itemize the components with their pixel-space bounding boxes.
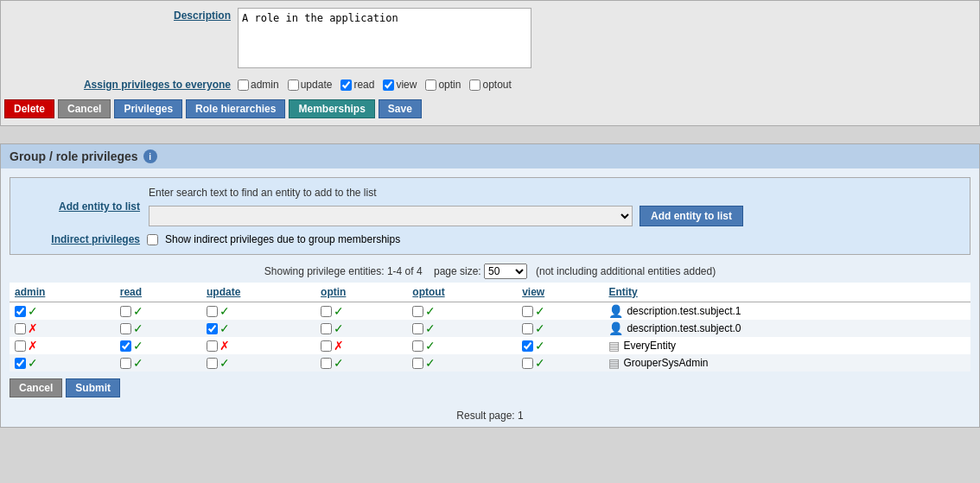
green-icon: ✓ (220, 304, 230, 318)
assign-label[interactable]: Assign privileges to everyone (4, 79, 238, 91)
checkbox-optin-input[interactable] (425, 79, 436, 91)
cancel-button[interactable]: Cancel (58, 99, 111, 118)
checkbox-optin: optin (425, 79, 461, 91)
top-section: Description A role in the application As… (0, 0, 980, 126)
save-button[interactable]: Save (379, 99, 422, 118)
page-size-select[interactable]: 50 100 200 (484, 264, 527, 279)
update-cb[interactable] (207, 323, 218, 334)
view-cb[interactable] (522, 358, 533, 369)
indirect-checkbox[interactable] (147, 234, 158, 245)
cell-read: ✓ (115, 337, 201, 354)
cell-entity: 👤 description.test.subject.1 (603, 302, 970, 321)
checkbox-optout-input[interactable] (469, 79, 480, 91)
red-icon: ✗ (28, 321, 38, 335)
cell-admin: ✓ (10, 302, 115, 321)
role-hierarchies-button[interactable]: Role hierarchies (186, 99, 285, 118)
green-icon: ✓ (133, 321, 143, 335)
checkbox-view-label: view (396, 79, 417, 91)
view-cb[interactable] (522, 306, 533, 317)
optin-cb[interactable] (321, 340, 332, 352)
red-icon: ✗ (220, 339, 230, 353)
checkbox-optout-label: optout (482, 79, 511, 91)
showing-text: Showing privilege entities: 1-4 of 4 (264, 265, 423, 277)
cell-view: ✓ (517, 337, 603, 354)
cell-entity: ▤ EveryEntity (603, 337, 970, 354)
description-label[interactable]: Description (4, 8, 238, 22)
person-icon: 👤 (608, 321, 623, 335)
cell-admin: ✓ (10, 354, 115, 372)
submit-button[interactable]: Submit (66, 378, 120, 397)
col-read[interactable]: read (115, 283, 201, 302)
view-cb[interactable] (522, 323, 533, 334)
checkbox-view-input[interactable] (383, 79, 394, 91)
checkbox-read: read (340, 79, 374, 91)
cell-entity: 👤 description.test.subject.0 (603, 320, 970, 337)
checkbox-update-input[interactable] (288, 79, 299, 91)
green-icon: ✓ (334, 356, 344, 370)
description-row: Description A role in the application (1, 1, 979, 75)
optout-cb[interactable] (412, 306, 423, 317)
red-icon: ✗ (334, 339, 344, 353)
checkbox-read-input[interactable] (340, 79, 352, 91)
update-cb[interactable] (207, 306, 218, 317)
admin-cb[interactable] (15, 323, 26, 334)
checkbox-update-label: update (301, 79, 333, 91)
description-textarea[interactable]: A role in the application (238, 8, 531, 68)
col-view[interactable]: view (517, 283, 603, 302)
cell-update: ✓ (201, 354, 315, 372)
cell-optout: ✓ (407, 302, 517, 321)
col-entity[interactable]: Entity (603, 283, 970, 302)
privileges-button[interactable]: Privileges (114, 99, 182, 118)
cell-update: ✗ (201, 337, 315, 354)
optin-cb[interactable] (321, 323, 332, 334)
add-entity-label[interactable]: Add entity to list (19, 200, 140, 213)
green-icon: ✓ (425, 321, 436, 335)
green-icon: ✓ (535, 321, 545, 335)
page-size-label: page size: (434, 265, 481, 277)
view-cb[interactable] (522, 340, 533, 352)
indirect-checkbox-label: Show indirect privileges due to group me… (165, 233, 400, 245)
green-icon: ✓ (535, 339, 545, 353)
entity-search-select[interactable] (149, 206, 633, 226)
add-entity-button[interactable]: Add entity to list (640, 206, 743, 226)
cell-optin: ✓ (315, 302, 407, 321)
col-admin[interactable]: admin (10, 283, 115, 302)
cancel2-button[interactable]: Cancel (10, 378, 62, 397)
info-icon[interactable]: i (143, 149, 157, 163)
optout-cb[interactable] (412, 323, 423, 334)
delete-button[interactable]: Delete (4, 99, 54, 118)
col-optout[interactable]: optout (407, 283, 517, 302)
optin-cb[interactable] (321, 358, 332, 369)
checkbox-read-label: read (353, 79, 374, 91)
cell-view: ✓ (517, 302, 603, 321)
cell-view: ✓ (517, 354, 603, 372)
optin-cb[interactable] (321, 306, 332, 317)
cell-optout: ✓ (407, 320, 517, 337)
memberships-button[interactable]: Memberships (289, 99, 374, 118)
green-icon: ✓ (28, 304, 38, 318)
read-cb[interactable] (120, 358, 131, 369)
read-cb[interactable] (120, 306, 131, 317)
admin-cb[interactable] (15, 358, 26, 369)
admin-cb[interactable] (15, 340, 26, 352)
cell-read: ✓ (115, 302, 201, 321)
search-hint: Enter search text to find an entity to a… (149, 187, 743, 199)
update-cb[interactable] (207, 340, 218, 352)
col-optin[interactable]: optin (315, 283, 407, 302)
checkbox-admin: admin (238, 79, 279, 91)
read-cb[interactable] (120, 323, 131, 334)
cell-update: ✓ (201, 320, 315, 337)
indirect-label[interactable]: Indirect privileges (19, 233, 140, 245)
admin-cb[interactable] (15, 306, 26, 317)
optout-cb[interactable] (412, 340, 423, 352)
checkbox-admin-input[interactable] (238, 79, 249, 91)
update-cb[interactable] (207, 358, 218, 369)
col-update[interactable]: update (201, 283, 315, 302)
not-including-text: (not including additional entities added… (536, 265, 716, 277)
indirect-row: Indirect privileges Show indirect privil… (19, 233, 961, 245)
read-cb[interactable] (120, 340, 131, 352)
bottom-buttons: Cancel Submit (1, 372, 979, 404)
entity-name: EveryEntity (623, 340, 676, 352)
optout-cb[interactable] (412, 358, 423, 369)
green-icon: ✓ (220, 321, 230, 335)
